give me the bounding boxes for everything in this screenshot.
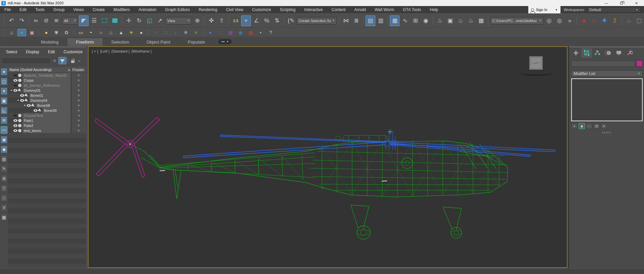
object-name-cell[interactable]: Bone09 bbox=[43, 108, 70, 113]
pin-stack-button[interactable]: ⌖ bbox=[571, 123, 578, 129]
purple-window-icon[interactable]: ▦ bbox=[226, 29, 235, 36]
object-color-swatch[interactable] bbox=[636, 60, 643, 67]
snaps-toggle-icon[interactable]: ⌖ bbox=[241, 15, 251, 26]
menu-create[interactable]: Create bbox=[88, 6, 109, 13]
render-gpu-icon[interactable]: ■ bbox=[579, 15, 589, 26]
display-cameras-filter-button[interactable]: ▣ bbox=[1, 97, 7, 105]
make-unique-button[interactable]: ∴ bbox=[586, 123, 592, 129]
viewcube-face[interactable]: LEFT bbox=[529, 56, 543, 70]
unlink-selection-icon[interactable]: ⊘ bbox=[41, 15, 51, 26]
toolbar-overflow-icon[interactable]: » bbox=[565, 15, 575, 26]
small-tool-icon[interactable]: ▪ bbox=[256, 29, 265, 36]
explorer-menu-display[interactable]: Display bbox=[26, 50, 39, 54]
motion-tab[interactable] bbox=[603, 48, 613, 58]
menu-tools[interactable]: Tools bbox=[31, 6, 49, 13]
expand-arrow-icon[interactable]: ▼ bbox=[23, 104, 27, 107]
reference-coordinate-system-dropdown[interactable]: View▼ bbox=[165, 17, 192, 24]
menu-edit[interactable]: Edit bbox=[15, 6, 31, 13]
ribbon-tab-selection[interactable]: Selection bbox=[103, 38, 138, 46]
viewport-menu-shading[interactable]: [Wireframe ] bbox=[131, 49, 152, 53]
select-object-icon[interactable]: ◤ bbox=[79, 15, 89, 26]
toolbar-grip[interactable] bbox=[3, 14, 5, 27]
object-name-cell[interactable]: Dummy04 bbox=[29, 98, 70, 103]
selection-filter-dropdown[interactable]: All▼ bbox=[62, 17, 78, 24]
ribbon-tab-modeling[interactable]: Modeling bbox=[32, 38, 67, 46]
select-and-move-icon[interactable]: ✛ bbox=[124, 15, 134, 26]
rain-drops-icon[interactable]: ∴ bbox=[161, 29, 170, 36]
display-containers-filter-button[interactable]: ◉ bbox=[1, 136, 7, 143]
explorer-overflow-icon[interactable]: » bbox=[78, 59, 80, 63]
render-teapot-dim-icon[interactable]: ♨ bbox=[624, 15, 634, 26]
mirror-icon[interactable]: ⋈ bbox=[341, 15, 351, 26]
viewport-menu-general[interactable]: [ + ] bbox=[92, 49, 98, 53]
select-and-rotate-icon[interactable]: ↻ bbox=[134, 15, 144, 26]
object-name-cell[interactable]: GroundTest bbox=[22, 113, 70, 118]
menu-civil-view[interactable]: Civil View bbox=[222, 6, 248, 13]
snowflake-icon[interactable]: ❄ bbox=[181, 29, 190, 36]
visibility-eye-icon[interactable] bbox=[13, 84, 17, 87]
menu-help[interactable]: Help bbox=[425, 6, 442, 13]
display-spacewarps-filter-button[interactable]: ≋ bbox=[1, 117, 7, 124]
create-tab[interactable] bbox=[571, 48, 581, 58]
object-name-field[interactable] bbox=[571, 61, 635, 67]
expand-arrow-icon[interactable]: ▼ bbox=[9, 89, 13, 91]
spiral-icon[interactable]: ✾ bbox=[52, 29, 61, 36]
spiral-alt-icon[interactable]: ✿ bbox=[62, 29, 71, 36]
hierarchy-tab[interactable] bbox=[592, 48, 603, 58]
red-dots-icon[interactable]: ∷ bbox=[216, 29, 225, 36]
visibility-eye-icon[interactable] bbox=[27, 104, 31, 107]
select-by-name-icon[interactable]: ☰ bbox=[89, 15, 99, 26]
project-folder-dropdown[interactable]: C:\Users\PC...ents\3dsMax▼ bbox=[490, 17, 544, 24]
help-icon[interactable]: ? bbox=[266, 29, 275, 36]
isolate-selection-icon[interactable]: ◎ bbox=[544, 15, 554, 26]
explorer-menu-edit[interactable]: Edit bbox=[48, 50, 55, 54]
object-name-cell[interactable]: dc_barney_Reference bbox=[22, 83, 70, 88]
explorer-row-test_doors[interactable]: test_doors❄ bbox=[8, 128, 86, 133]
material-editor-icon[interactable]: ◉ bbox=[421, 15, 431, 26]
visibility-eye-icon[interactable] bbox=[20, 94, 24, 97]
rollout-grip[interactable] bbox=[602, 132, 611, 134]
undo-icon[interactable]: ↶ bbox=[7, 15, 16, 26]
viewcube[interactable]: LEFT bbox=[520, 56, 553, 77]
lock-explorer-button[interactable] bbox=[69, 57, 76, 64]
object-name-cell[interactable]: test_doors bbox=[22, 128, 70, 133]
viewport-menu-pov[interactable]: [Left ] bbox=[100, 49, 110, 53]
selection-lock-icon[interactable]: ◎ bbox=[554, 15, 564, 26]
explorer-row-Pale1[interactable]: Pale1❄ bbox=[8, 118, 86, 123]
window-crossing-icon[interactable] bbox=[110, 15, 120, 26]
toolbar-grip[interactable] bbox=[3, 28, 5, 37]
explorer-menu-customize[interactable]: Customize bbox=[63, 50, 83, 54]
explorer-tool-3-button[interactable]: ≣ bbox=[1, 175, 7, 182]
display-tab[interactable] bbox=[613, 48, 624, 58]
menu-gta-tools[interactable]: GTA Tools bbox=[398, 6, 425, 13]
frozen-toggle-cell[interactable]: ❄ bbox=[71, 118, 86, 123]
expand-arrow-icon[interactable]: ▼ bbox=[16, 99, 20, 101]
render-iterative-icon[interactable]: ♨ bbox=[466, 15, 476, 26]
explorer-row-Dummy04[interactable]: ▼Dummy04❄ bbox=[8, 98, 86, 103]
explorer-row-Corps[interactable]: Corps❄ bbox=[8, 78, 86, 83]
red-window-icon[interactable]: ▦ bbox=[246, 29, 255, 36]
explorer-row-Dummy01[interactable]: ▼Dummy01❄ bbox=[8, 88, 86, 93]
visibility-eye-icon[interactable] bbox=[13, 89, 17, 92]
visibility-eye-icon[interactable] bbox=[13, 119, 17, 122]
menu-group[interactable]: Group bbox=[49, 6, 69, 13]
menu-wall-worm[interactable]: Wall Worm bbox=[370, 6, 398, 13]
object-name-cell[interactable]: Dummy01 bbox=[22, 88, 70, 93]
frozen-toggle-cell[interactable]: ❄ bbox=[71, 78, 86, 83]
explorer-search-input[interactable] bbox=[1, 57, 51, 64]
render-production-icon[interactable]: ♨ bbox=[455, 15, 465, 26]
rendered-frame-window-icon[interactable]: ▣ bbox=[445, 15, 455, 26]
visibility-eye-icon[interactable] bbox=[20, 99, 24, 102]
frozen-toggle-cell[interactable]: ❄ bbox=[71, 88, 86, 93]
cone-icon[interactable]: ▲ bbox=[117, 29, 125, 36]
frozen-toggle-cell[interactable]: ❄ bbox=[71, 93, 86, 98]
render-grid-icon[interactable]: ▦ bbox=[476, 15, 486, 26]
object-name-cell[interactable]: Bone08 bbox=[36, 103, 70, 108]
extra-tool-icon[interactable]: ▢ bbox=[634, 15, 644, 26]
list-header[interactable]: Name (Sorted Ascending) ▲ Frozen bbox=[8, 67, 86, 73]
menu-rendering[interactable]: Rendering bbox=[194, 6, 221, 13]
display-bones-filter-button[interactable]: ▭ bbox=[1, 126, 7, 134]
toggle-scene-explorer-icon[interactable]: ▤ bbox=[366, 15, 375, 26]
menu-arnold[interactable]: Arnold bbox=[350, 6, 370, 13]
menu-interactive[interactable]: Interactive bbox=[300, 6, 327, 13]
